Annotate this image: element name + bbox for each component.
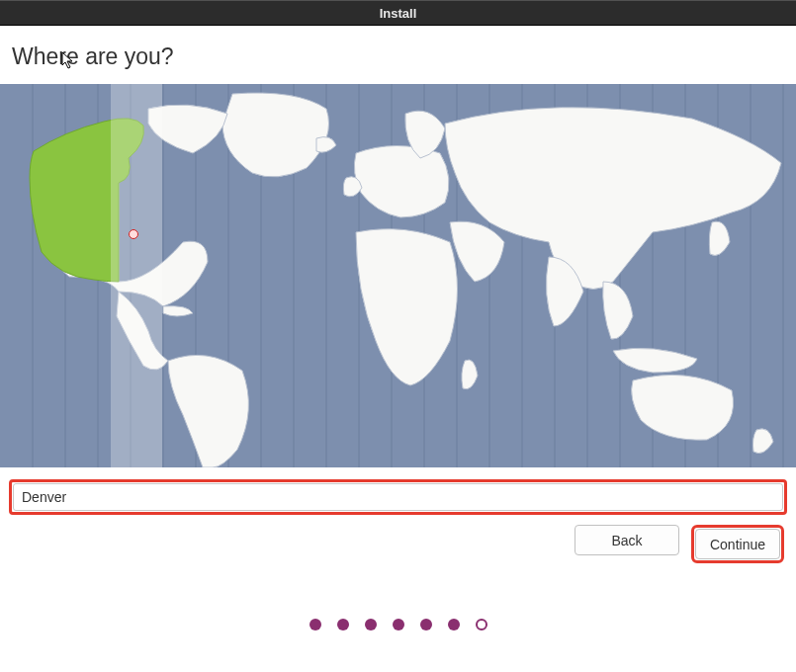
location-pin-icon bbox=[129, 229, 138, 239]
back-button[interactable]: Back bbox=[575, 525, 679, 555]
page-title: Where are you? bbox=[0, 26, 796, 84]
window-title: Install bbox=[380, 6, 417, 21]
location-field-highlight bbox=[9, 479, 787, 515]
progress-dot-current bbox=[476, 619, 487, 630]
location-input[interactable] bbox=[13, 483, 783, 511]
continue-button-highlight: Continue bbox=[691, 525, 784, 563]
installer-page: Where are you? bbox=[0, 26, 796, 630]
selected-timezone-band bbox=[111, 84, 162, 467]
window-titlebar[interactable]: Install bbox=[0, 0, 796, 26]
progress-dot bbox=[393, 619, 404, 630]
timezone-map[interactable] bbox=[0, 84, 796, 467]
progress-dot bbox=[365, 619, 377, 630]
progress-dot bbox=[310, 619, 321, 630]
continue-button[interactable]: Continue bbox=[695, 529, 780, 559]
button-row: Back Continue bbox=[0, 515, 796, 563]
progress-dots bbox=[0, 619, 796, 630]
progress-dot bbox=[337, 619, 349, 630]
progress-dot bbox=[448, 619, 460, 630]
progress-dot bbox=[420, 619, 432, 630]
